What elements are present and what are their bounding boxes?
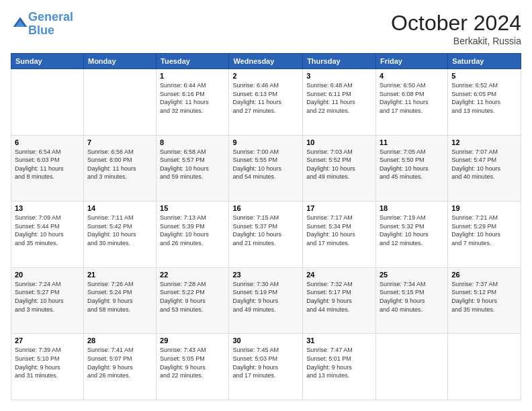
day-number: 7	[87, 138, 152, 146]
day-number: 21	[87, 271, 152, 279]
calendar-week-3: 20Sunrise: 7:24 AM Sunset: 5:27 PM Dayli…	[11, 267, 521, 334]
day-number: 27	[15, 336, 80, 345]
day-info: Sunrise: 7:39 AM Sunset: 5:10 PM Dayligh…	[15, 346, 80, 379]
title-block: October 2024 Berkakit, Russia	[391, 11, 521, 46]
day-info: Sunrise: 7:32 AM Sunset: 5:17 PM Dayligh…	[306, 280, 372, 314]
day-number: 15	[160, 204, 225, 212]
calendar-cell: 10Sunrise: 7:03 AM Sunset: 5:52 PM Dayli…	[303, 135, 376, 201]
calendar-cell	[83, 69, 156, 136]
day-info: Sunrise: 7:19 AM Sunset: 5:32 PM Dayligh…	[380, 214, 444, 247]
day-number: 9	[232, 138, 299, 146]
day-info: Sunrise: 7:24 AM Sunset: 5:27 PM Dayligh…	[15, 280, 80, 314]
day-info: Sunrise: 6:52 AM Sunset: 6:05 PM Dayligh…	[451, 81, 517, 115]
calendar-cell: 30Sunrise: 7:45 AM Sunset: 5:03 PM Dayli…	[229, 334, 303, 400]
day-number: 28	[87, 336, 152, 345]
day-number: 23	[232, 271, 299, 279]
day-info: Sunrise: 7:00 AM Sunset: 5:55 PM Dayligh…	[232, 148, 299, 181]
calendar-cell: 26Sunrise: 7:37 AM Sunset: 5:12 PM Dayli…	[448, 267, 521, 334]
day-info: Sunrise: 7:07 AM Sunset: 5:47 PM Dayligh…	[451, 148, 517, 181]
calendar-cell	[375, 334, 447, 400]
month-title: October 2024	[391, 11, 521, 36]
calendar-cell: 29Sunrise: 7:43 AM Sunset: 5:05 PM Dayli…	[157, 334, 229, 400]
calendar-cell	[448, 334, 521, 400]
day-info: Sunrise: 7:15 AM Sunset: 5:37 PM Dayligh…	[232, 214, 299, 247]
day-info: Sunrise: 7:43 AM Sunset: 5:05 PM Dayligh…	[160, 346, 225, 379]
calendar-cell: 15Sunrise: 7:13 AM Sunset: 5:39 PM Dayli…	[157, 201, 229, 268]
day-info: Sunrise: 7:41 AM Sunset: 5:07 PM Dayligh…	[87, 346, 152, 379]
day-number: 30	[232, 336, 299, 345]
day-info: Sunrise: 6:54 AM Sunset: 6:03 PM Dayligh…	[15, 148, 80, 181]
calendar-cell: 14Sunrise: 7:11 AM Sunset: 5:42 PM Dayli…	[83, 201, 156, 268]
day-number: 24	[306, 271, 372, 279]
day-number: 25	[380, 271, 444, 279]
day-info: Sunrise: 7:05 AM Sunset: 5:50 PM Dayligh…	[380, 148, 444, 181]
day-number: 13	[15, 204, 80, 212]
calendar-cell: 16Sunrise: 7:15 AM Sunset: 5:37 PM Dayli…	[229, 201, 303, 268]
day-info: Sunrise: 6:56 AM Sunset: 6:00 PM Dayligh…	[87, 148, 152, 181]
day-number: 19	[451, 204, 517, 212]
logo: General Blue	[11, 11, 73, 38]
day-info: Sunrise: 7:03 AM Sunset: 5:52 PM Dayligh…	[306, 148, 372, 181]
calendar-cell: 7Sunrise: 6:56 AM Sunset: 6:00 PM Daylig…	[83, 135, 156, 201]
location: Berkakit, Russia	[391, 36, 521, 46]
logo-blue: Blue	[28, 24, 54, 37]
day-number: 31	[306, 336, 372, 345]
calendar-cell: 11Sunrise: 7:05 AM Sunset: 5:50 PM Dayli…	[375, 135, 447, 201]
calendar-table: Sunday Monday Tuesday Wednesday Thursday…	[11, 53, 521, 400]
day-info: Sunrise: 6:58 AM Sunset: 5:57 PM Dayligh…	[160, 148, 225, 181]
calendar-cell: 8Sunrise: 6:58 AM Sunset: 5:57 PM Daylig…	[157, 135, 229, 201]
day-number: 6	[15, 138, 80, 146]
calendar-cell: 5Sunrise: 6:52 AM Sunset: 6:05 PM Daylig…	[448, 69, 521, 136]
calendar-cell: 17Sunrise: 7:17 AM Sunset: 5:34 PM Dayli…	[303, 201, 376, 268]
day-info: Sunrise: 6:44 AM Sunset: 6:16 PM Dayligh…	[160, 81, 225, 115]
col-sunday: Sunday	[11, 54, 84, 69]
calendar-cell	[11, 69, 84, 136]
calendar-cell: 22Sunrise: 7:28 AM Sunset: 5:22 PM Dayli…	[157, 267, 229, 334]
day-number: 18	[380, 204, 444, 212]
calendar-cell: 3Sunrise: 6:48 AM Sunset: 6:11 PM Daylig…	[303, 69, 376, 136]
day-info: Sunrise: 6:46 AM Sunset: 6:13 PM Dayligh…	[232, 81, 299, 115]
calendar-week-4: 27Sunrise: 7:39 AM Sunset: 5:10 PM Dayli…	[11, 334, 521, 400]
col-thursday: Thursday	[303, 54, 376, 69]
day-number: 14	[87, 204, 152, 212]
calendar-cell: 12Sunrise: 7:07 AM Sunset: 5:47 PM Dayli…	[448, 135, 521, 201]
day-info: Sunrise: 7:13 AM Sunset: 5:39 PM Dayligh…	[160, 214, 225, 247]
logo-general: General	[28, 10, 73, 24]
calendar-cell: 9Sunrise: 7:00 AM Sunset: 5:55 PM Daylig…	[229, 135, 303, 201]
day-info: Sunrise: 6:50 AM Sunset: 6:08 PM Dayligh…	[380, 81, 444, 115]
day-info: Sunrise: 7:37 AM Sunset: 5:12 PM Dayligh…	[451, 280, 517, 314]
day-info: Sunrise: 7:17 AM Sunset: 5:34 PM Dayligh…	[306, 214, 372, 247]
day-number: 5	[451, 72, 517, 80]
col-friday: Friday	[375, 54, 447, 69]
logo-text: General Blue	[28, 11, 73, 38]
day-info: Sunrise: 7:47 AM Sunset: 5:01 PM Dayligh…	[306, 346, 372, 379]
day-number: 10	[306, 138, 372, 146]
day-number: 26	[451, 271, 517, 279]
calendar-cell: 18Sunrise: 7:19 AM Sunset: 5:32 PM Dayli…	[375, 201, 447, 268]
calendar-week-2: 13Sunrise: 7:09 AM Sunset: 5:44 PM Dayli…	[11, 201, 521, 268]
calendar-cell: 31Sunrise: 7:47 AM Sunset: 5:01 PM Dayli…	[303, 334, 376, 400]
calendar-cell: 4Sunrise: 6:50 AM Sunset: 6:08 PM Daylig…	[375, 69, 447, 136]
day-number: 22	[160, 271, 225, 279]
day-info: Sunrise: 7:21 AM Sunset: 5:29 PM Dayligh…	[451, 214, 517, 247]
day-number: 1	[160, 72, 225, 80]
logo-icon	[12, 16, 28, 32]
day-info: Sunrise: 7:11 AM Sunset: 5:42 PM Dayligh…	[87, 214, 152, 247]
day-info: Sunrise: 7:34 AM Sunset: 5:15 PM Dayligh…	[380, 280, 444, 314]
calendar-week-1: 6Sunrise: 6:54 AM Sunset: 6:03 PM Daylig…	[11, 135, 521, 201]
day-number: 4	[380, 72, 444, 80]
calendar-cell: 2Sunrise: 6:46 AM Sunset: 6:13 PM Daylig…	[229, 69, 303, 136]
day-info: Sunrise: 7:09 AM Sunset: 5:44 PM Dayligh…	[15, 214, 80, 247]
page: General Blue October 2024 Berkakit, Russ…	[0, 0, 532, 411]
calendar-cell: 23Sunrise: 7:30 AM Sunset: 5:19 PM Dayli…	[229, 267, 303, 334]
calendar-cell: 24Sunrise: 7:32 AM Sunset: 5:17 PM Dayli…	[303, 267, 376, 334]
calendar-cell: 19Sunrise: 7:21 AM Sunset: 5:29 PM Dayli…	[448, 201, 521, 268]
calendar-header-row: Sunday Monday Tuesday Wednesday Thursday…	[11, 54, 521, 69]
day-number: 29	[160, 336, 225, 345]
day-info: Sunrise: 7:45 AM Sunset: 5:03 PM Dayligh…	[232, 346, 299, 379]
day-number: 8	[160, 138, 225, 146]
calendar-cell: 27Sunrise: 7:39 AM Sunset: 5:10 PM Dayli…	[11, 334, 84, 400]
calendar-cell: 25Sunrise: 7:34 AM Sunset: 5:15 PM Dayli…	[375, 267, 447, 334]
col-monday: Monday	[83, 54, 156, 69]
calendar-week-0: 1Sunrise: 6:44 AM Sunset: 6:16 PM Daylig…	[11, 69, 521, 136]
